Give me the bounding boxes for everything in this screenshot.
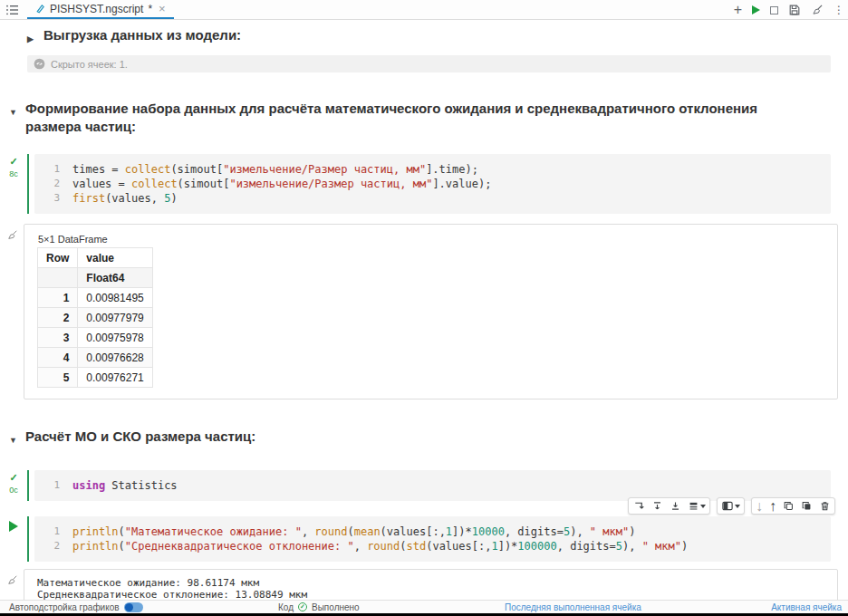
cell-status-group: Код ✓ Выполнено	[278, 601, 360, 613]
code-cell-2[interactable]: ✓ 0с 1using Statistics	[0, 470, 848, 501]
cell-gutter	[0, 516, 27, 562]
notebook-content: ▶ Выгрузка данных из модели: Скрыто ячее…	[0, 20, 848, 601]
autoscale-toggle[interactable]	[124, 602, 143, 612]
delete-cell-icon[interactable]	[819, 500, 831, 512]
notebook-window: PISHSYST.ngscript * × + ⋮ ▶ Выг	[0, 0, 848, 616]
cell-toolbar: ↓ ↑	[0, 497, 835, 515]
section-title: Формирование набора данных для расчёта м…	[25, 100, 806, 136]
code-line: 2println("Среднеквадратическое отклонени…	[34, 539, 831, 553]
table-row: 10.00981495	[38, 288, 153, 308]
run-above-icon[interactable]	[651, 500, 663, 512]
hidden-cells-icon	[34, 58, 45, 70]
clear-output-icon[interactable]	[6, 573, 18, 586]
chevron-down-icon	[700, 505, 706, 508]
status-bar: Автоподстройка графиков Код ✓ Выполнено …	[0, 600, 848, 613]
table-header-row: Rowvalue	[38, 248, 153, 268]
cell-gutter: ✓ 0с	[0, 470, 27, 501]
cell-type-label[interactable]: Код	[278, 602, 294, 612]
table-row: 20.00977979	[38, 308, 153, 328]
save-icon[interactable]	[788, 4, 801, 16]
dataframe-caption: 5×1 DataFrame	[38, 234, 824, 245]
collapse-down-icon[interactable]: ▼	[9, 428, 25, 449]
add-cell-icon[interactable]: +	[734, 3, 742, 17]
cell-accent-line	[27, 516, 29, 562]
stop-icon[interactable]	[770, 6, 778, 14]
success-check-icon: ✓	[9, 473, 17, 483]
cells-list-icon[interactable]	[0, 0, 24, 19]
autoscale-label: Автоподстройка графиков	[9, 602, 120, 612]
menu-kebab-icon[interactable]: ⋮	[834, 4, 844, 16]
code-line: 2values = collect(simout["измельчение/Ра…	[34, 177, 831, 191]
section-title: Выгрузка данных из модели:	[43, 26, 241, 48]
table-row: 30.00975978	[38, 328, 153, 348]
cell-gutter: ✓ 8с	[0, 154, 27, 214]
last-executed-cell-link[interactable]: Последняя выполненная ячейка	[505, 601, 641, 613]
section-title: Расчёт МО и СКО размера частиц:	[25, 428, 255, 449]
modified-marker: *	[148, 3, 152, 15]
duplicate-cell-icon[interactable]	[801, 500, 813, 512]
success-check-icon: ✓	[9, 157, 17, 167]
run-below-icon[interactable]	[670, 500, 681, 512]
code-line: 1println("Математическое ожидание: ", ro…	[34, 525, 831, 539]
cell-accent-line	[27, 154, 29, 214]
tab-pishsyst[interactable]: PISHSYST.ngscript * ×	[27, 0, 174, 19]
exec-status-label: Выполнено	[312, 602, 360, 612]
appearance-icon[interactable]	[721, 500, 740, 512]
active-cell-link[interactable]: Активная ячейка	[771, 601, 842, 613]
script-icon	[35, 4, 45, 14]
code-editor[interactable]: 1times = collect(simout["измельчение/Раз…	[34, 154, 831, 214]
code-cell-1[interactable]: ✓ 8с 1times = collect(simout["измельчени…	[0, 154, 848, 214]
section-header-2[interactable]: ▼ Формирование набора данных для расчёта…	[9, 100, 806, 136]
running-play-icon	[9, 521, 18, 532]
collapse-right-icon[interactable]: ▶	[27, 26, 43, 48]
code-editor[interactable]: 1using Statistics	[34, 470, 831, 501]
text-output: Математическое ожидание: 98.61174 мкмСре…	[24, 569, 838, 601]
exec-time: 0с	[9, 486, 18, 495]
run-to-cell-icon[interactable]	[632, 500, 645, 512]
executed-check-icon: ✓	[298, 602, 307, 611]
clear-outputs-icon[interactable]	[811, 4, 824, 16]
move-cell-up-icon[interactable]: ↑	[769, 498, 776, 515]
dataframe-output: 5×1 DataFrame RowvalueFloat6410.00981495…	[24, 224, 838, 399]
output-line: Математическое ожидание: 98.61174 мкм	[37, 577, 837, 589]
cell-type-icon[interactable]	[688, 500, 706, 512]
exec-time: 8с	[9, 169, 18, 178]
table-row: 50.00976271	[38, 368, 153, 388]
copy-cell-icon[interactable]	[783, 500, 795, 512]
table-row: 40.00976628	[38, 348, 153, 368]
tab-close-icon[interactable]: ×	[159, 2, 166, 15]
run-all-icon[interactable]	[752, 5, 760, 14]
code-editor[interactable]: 1println("Математическое ожидание: ", ro…	[34, 516, 831, 562]
hidden-cells-label: Скрыто ячеек: 1.	[51, 59, 128, 70]
tab-title: PISHSYST.ngscript	[50, 3, 143, 15]
collapse-down-icon[interactable]: ▼	[9, 100, 25, 136]
section-header-1[interactable]: ▶ Выгрузка данных из модели:	[27, 26, 848, 48]
toolbar-actions: + ⋮	[734, 0, 844, 20]
code-line: 3first(values, 5)	[34, 191, 831, 206]
autoscale-group: Автоподстройка графиков	[9, 601, 143, 613]
chevron-down-icon	[735, 505, 740, 508]
output-cell-1: 5×1 DataFrame RowvalueFloat6410.00981495…	[0, 224, 848, 399]
section-header-3[interactable]: ▼ Расчёт МО и СКО размера частиц:	[9, 428, 848, 449]
dataframe-table: RowvalueFloat6410.0098149520.0097797930.…	[37, 247, 153, 388]
code-cell-3[interactable]: 1println("Математическое ожидание: ", ro…	[0, 516, 848, 562]
clear-output-icon[interactable]	[6, 227, 18, 241]
hidden-cells-bar[interactable]: Скрыто ячеек: 1.	[27, 55, 831, 72]
code-line: 1using Statistics	[34, 478, 831, 493]
move-cell-down-icon[interactable]: ↓	[756, 498, 763, 515]
table-type-row: Float64	[38, 268, 153, 288]
tab-bar: PISHSYST.ngscript * × + ⋮	[0, 0, 848, 20]
code-line: 1times = collect(simout["измельчение/Раз…	[34, 162, 831, 177]
output-cell-3: Математическое ожидание: 98.61174 мкмСре…	[0, 569, 848, 601]
cell-accent-line	[27, 470, 29, 501]
